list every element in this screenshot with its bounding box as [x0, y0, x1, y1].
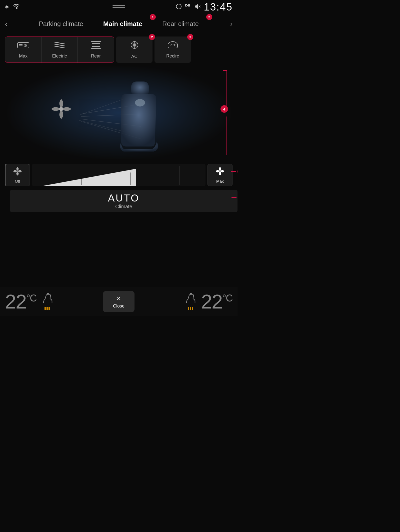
- auto-climate-btn[interactable]: AUTO Climate: [10, 190, 238, 212]
- grid-icon: [185, 4, 191, 10]
- volume-icon: [194, 4, 201, 10]
- svg-rect-27: [11, 66, 226, 159]
- rear-btn-label: Rear: [91, 54, 101, 59]
- seat-heat-bars-left: [44, 307, 50, 310]
- svg-rect-10: [188, 6, 190, 7]
- ac-btn[interactable]: AC 2: [116, 36, 152, 63]
- nav-right-arrow[interactable]: ›: [228, 18, 235, 30]
- tab-parking-climate[interactable]: Parking climate: [29, 18, 93, 30]
- svg-marker-11: [195, 4, 198, 9]
- fan-max-btn[interactable]: Max 5: [208, 164, 232, 186]
- recirc-btn-label: Recirc: [166, 54, 179, 59]
- max-btn-label: Max: [19, 54, 28, 59]
- fan-max-icon: [215, 166, 225, 178]
- svg-rect-7: [187, 5, 189, 6]
- svg-rect-6: [185, 5, 186, 6]
- ac-icon: [129, 40, 140, 52]
- svg-point-36: [135, 99, 145, 106]
- fan-off-btn[interactable]: Off: [5, 164, 30, 186]
- grouped-controls: Max Electric Rear: [5, 36, 114, 63]
- close-icon: ×: [117, 294, 121, 302]
- electric-defroster-btn[interactable]: Electric: [42, 37, 78, 62]
- fan-max-label: Max: [216, 179, 224, 184]
- electric-defroster-icon: [53, 40, 66, 52]
- clock: 13:45: [204, 1, 232, 13]
- seat-heat-right[interactable]: [184, 293, 196, 310]
- rear-defroster-icon: [90, 40, 102, 52]
- ac-btn-label: AC: [131, 54, 138, 59]
- electric-btn-label: Electric: [52, 54, 67, 59]
- car-visualization: 4: [5, 65, 232, 160]
- temp-right-value: 22°C: [201, 292, 232, 312]
- svg-point-39: [219, 170, 221, 172]
- temp-right-section: 22°C: [184, 292, 232, 312]
- circle-icon: [176, 4, 182, 10]
- svg-rect-1: [112, 7, 125, 8]
- fan-off-label: Off: [15, 179, 20, 184]
- ac-badge: 2: [149, 34, 155, 40]
- nav-left-arrow[interactable]: ‹: [2, 18, 10, 30]
- svg-rect-3: [185, 4, 187, 5]
- annotation-5: 5: [237, 168, 238, 175]
- recirc-icon: [167, 40, 178, 52]
- rear-defroster-btn[interactable]: Rear: [78, 37, 114, 62]
- close-label: Close: [113, 304, 124, 309]
- seat-heat-left[interactable]: [41, 293, 54, 310]
- seat-heat-bars-right: [188, 307, 193, 310]
- tab-rear-climate[interactable]: Rear climate 2: [152, 18, 209, 30]
- bluetooth-icon: ✱: [5, 4, 9, 10]
- max-defroster-icon: [17, 40, 30, 52]
- svg-rect-4: [188, 4, 189, 5]
- status-left-icons: ✱: [5, 4, 20, 10]
- wifi-icon: [13, 4, 20, 10]
- seat-right-icon: [184, 293, 196, 306]
- svg-rect-0: [112, 5, 125, 6]
- annotation-4: 4: [220, 105, 228, 113]
- seat-left-icon: [41, 293, 54, 306]
- status-bar: ✱ 13:45: [0, 0, 238, 14]
- svg-rect-9: [185, 6, 187, 7]
- status-right-icons: 13:45: [176, 1, 232, 13]
- bottom-bar: 22°C × Close: [0, 287, 238, 316]
- nav-tabs: ‹ Parking climate Main climate 1 Rear cl…: [0, 14, 238, 34]
- tab-rear-badge: 2: [206, 14, 212, 20]
- recirc-btn[interactable]: Recirc 3: [154, 36, 191, 63]
- temp-left-section: 22°C: [5, 292, 54, 312]
- temp-left-value: 22°C: [5, 292, 36, 312]
- svg-point-34: [59, 107, 63, 111]
- svg-point-2: [176, 4, 181, 9]
- svg-rect-5: [189, 4, 190, 5]
- recirc-badge: 3: [187, 34, 193, 40]
- auto-subtitle: Climate: [115, 204, 132, 210]
- fan-off-icon: [13, 166, 22, 178]
- max-defroster-btn[interactable]: Max: [5, 37, 42, 62]
- svg-rect-8: [189, 5, 190, 6]
- svg-point-37: [16, 170, 18, 172]
- auto-title: AUTO: [108, 192, 140, 204]
- close-button[interactable]: × Close: [103, 291, 134, 312]
- tab-main-climate[interactable]: Main climate 1: [93, 18, 152, 30]
